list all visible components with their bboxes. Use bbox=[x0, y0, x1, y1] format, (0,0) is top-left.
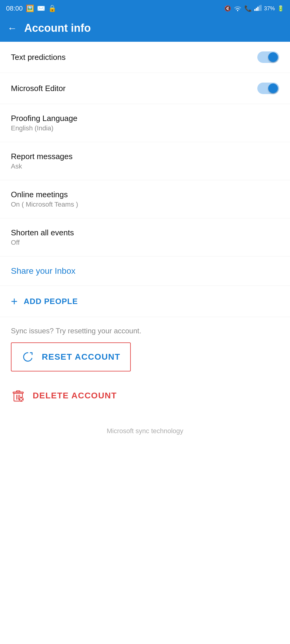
toggle-thumb-microsoft-editor bbox=[268, 83, 278, 93]
status-bar: 08:00 🖼️ ✉️ 🔒 🔇 📞 37% 🔋 bbox=[0, 0, 290, 17]
share-inbox-link[interactable]: Share your Inbox bbox=[11, 266, 75, 276]
shorten-all-events-value: Off bbox=[11, 239, 279, 247]
lock-icon: 🔒 bbox=[48, 5, 56, 12]
svg-rect-3 bbox=[259, 5, 260, 11]
sync-issues-row: Sync issues? Try resetting your account. bbox=[0, 317, 290, 340]
add-people-icon: + bbox=[11, 296, 18, 307]
share-inbox-row[interactable]: Share your Inbox bbox=[0, 257, 290, 286]
status-right: 🔇 📞 37% 🔋 bbox=[224, 5, 284, 13]
call-icon: 📞 bbox=[244, 5, 252, 12]
microsoft-editor-row: Microsoft Editor bbox=[0, 73, 290, 104]
svg-rect-0 bbox=[254, 9, 255, 11]
sync-issues-text: Sync issues? Try resetting your account. bbox=[11, 327, 141, 335]
online-meetings-value: On ( Microsoft Teams ) bbox=[11, 201, 279, 208]
reset-icon bbox=[21, 350, 35, 364]
text-predictions-toggle[interactable] bbox=[257, 51, 279, 63]
shorten-all-events-label-group: Shorten all events Off bbox=[11, 228, 279, 247]
svg-rect-2 bbox=[257, 7, 259, 11]
toggle-thumb-text-predictions bbox=[268, 52, 278, 62]
reset-account-button[interactable]: RESET ACCOUNT bbox=[11, 342, 131, 371]
report-messages-row[interactable]: Report messages Ask bbox=[0, 142, 290, 180]
report-messages-value: Ask bbox=[11, 162, 279, 170]
online-meetings-label-group: Online meetings On ( Microsoft Teams ) bbox=[11, 190, 279, 208]
shorten-all-events-label: Shorten all events bbox=[11, 228, 279, 237]
report-messages-label: Report messages bbox=[11, 152, 279, 161]
wifi-icon bbox=[233, 5, 242, 13]
microsoft-editor-label: Microsoft Editor bbox=[11, 84, 257, 93]
svg-rect-4 bbox=[260, 5, 262, 11]
delete-account-row[interactable]: DELETE ACCOUNT bbox=[0, 381, 290, 417]
proofing-language-row[interactable]: Proofing Language English (India) bbox=[0, 104, 290, 142]
footer: Microsoft sync technology bbox=[0, 417, 290, 445]
reset-account-label: RESET ACCOUNT bbox=[42, 352, 120, 362]
text-predictions-label-group: Text predictions bbox=[11, 53, 257, 62]
online-meetings-row[interactable]: Online meetings On ( Microsoft Teams ) bbox=[0, 180, 290, 218]
text-predictions-label: Text predictions bbox=[11, 53, 257, 62]
toggle-track-microsoft-editor[interactable] bbox=[257, 83, 279, 94]
delete-icon bbox=[11, 388, 25, 403]
microsoft-editor-label-group: Microsoft Editor bbox=[11, 84, 257, 93]
microsoft-editor-toggle[interactable] bbox=[257, 83, 279, 94]
footer-text: Microsoft sync technology bbox=[107, 427, 183, 435]
email-icon: ✉️ bbox=[37, 5, 45, 12]
proofing-language-label-group: Proofing Language English (India) bbox=[11, 114, 279, 132]
reset-account-section: RESET ACCOUNT bbox=[0, 340, 290, 381]
report-messages-label-group: Report messages Ask bbox=[11, 152, 279, 170]
content-area: Text predictions Microsoft Editor Proofi… bbox=[0, 42, 290, 445]
battery-icon: 🔋 bbox=[277, 5, 284, 12]
gallery-icon: 🖼️ bbox=[26, 5, 34, 12]
time-display: 08:00 bbox=[6, 5, 23, 12]
text-predictions-row: Text predictions bbox=[0, 42, 290, 73]
status-left: 08:00 🖼️ ✉️ 🔒 bbox=[6, 5, 56, 12]
add-people-row[interactable]: + ADD PEOPLE bbox=[0, 286, 290, 317]
online-meetings-label: Online meetings bbox=[11, 190, 279, 199]
svg-rect-1 bbox=[256, 8, 257, 11]
proofing-language-label: Proofing Language bbox=[11, 114, 279, 123]
signal-bars-icon bbox=[254, 5, 262, 12]
battery-percentage: 37% bbox=[264, 5, 275, 12]
page-title: Account info bbox=[24, 22, 91, 34]
back-button[interactable]: ← bbox=[7, 23, 17, 33]
delete-account-label[interactable]: DELETE ACCOUNT bbox=[33, 391, 117, 400]
svg-rect-7 bbox=[16, 391, 20, 392]
proofing-language-value: English (India) bbox=[11, 124, 279, 132]
add-people-label: ADD PEOPLE bbox=[24, 297, 78, 306]
toggle-track-text-predictions[interactable] bbox=[257, 51, 279, 63]
mute-icon: 🔇 bbox=[224, 5, 231, 12]
page-header: ← Account info bbox=[0, 17, 290, 42]
shorten-all-events-row[interactable]: Shorten all events Off bbox=[0, 218, 290, 257]
